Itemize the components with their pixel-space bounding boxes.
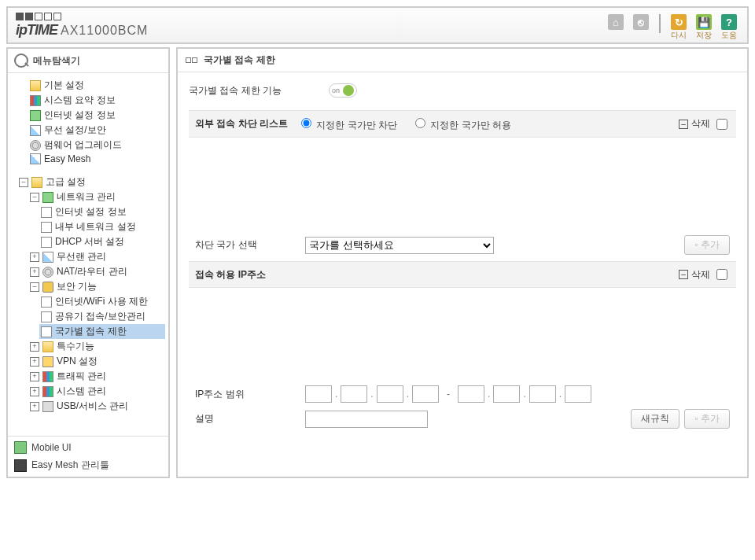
delete-icon: – (679, 120, 688, 129)
collapse-icon[interactable]: – (19, 178, 28, 187)
wireless-icon (30, 125, 41, 136)
tree-item-advanced[interactable]: –고급 설정 (17, 175, 165, 190)
save-button[interactable]: 💾저장 (694, 14, 714, 41)
home-button[interactable]: ⌂ (606, 14, 626, 30)
tree-item-vpn[interactable]: +VPN 설정 (28, 354, 165, 369)
usb-icon (42, 401, 53, 412)
page-icon (41, 297, 52, 308)
tree-item-security[interactable]: –보안 기능 (28, 279, 165, 294)
block-list-title: 외부 접속 차단 리스트 (195, 117, 297, 131)
tree-item[interactable]: 펌웨어 업그레이드 (28, 138, 165, 153)
ip-end-2[interactable] (493, 385, 520, 403)
tree-item-special[interactable]: +특수기능 (28, 339, 165, 354)
window-icon (186, 57, 197, 63)
summary-icon (30, 95, 41, 106)
collapse-icon[interactable]: – (30, 282, 39, 292)
radio-block-only-input[interactable] (301, 118, 311, 128)
feature-label: 국가별 접속 제한 기능 (189, 84, 282, 98)
allow-list-header: 접속 허용 IP주소 – 삭제 (189, 261, 736, 288)
mesh-tool-icon (14, 459, 27, 472)
radio-allow-only-input[interactable] (415, 118, 425, 128)
ip-start-3[interactable] (377, 385, 403, 403)
page-icon (41, 207, 52, 218)
collapse-icon[interactable]: – (30, 193, 39, 202)
toggle-state-label: on (332, 87, 340, 94)
country-select[interactable]: 국가를 선택하세요 (305, 237, 494, 254)
expand-icon[interactable]: + (30, 342, 39, 352)
add-country-button[interactable]: ▫ 추가 (684, 235, 730, 255)
shield-icon (42, 282, 53, 293)
tree-item-network[interactable]: –네트워크 관리 (28, 190, 165, 204)
tree-item-nat[interactable]: +NAT/라우터 관리 (28, 264, 165, 279)
easy-mesh-link[interactable]: Easy Mesh 관리툴 (14, 459, 162, 472)
add-rule-button[interactable]: ▫ 추가 (684, 409, 730, 429)
expand-icon[interactable]: + (30, 402, 39, 411)
block-list-header: 외부 접속 차단 리스트 지정한 국가만 차단 지정한 국가만 허용 – 삭제 (189, 110, 736, 138)
special-icon (42, 341, 53, 352)
tree-item[interactable]: 인터넷 설정 정보 (39, 204, 165, 219)
brand-logo: ipTIME (16, 22, 57, 39)
save-icon: 💾 (696, 14, 712, 30)
ip-start-2[interactable] (341, 385, 367, 403)
refresh-icon: ↻ (671, 14, 687, 30)
ip-end-4[interactable] (565, 385, 591, 403)
vpn-icon (42, 356, 53, 367)
delete-label: 삭제 (691, 117, 710, 131)
page-icon (41, 237, 52, 248)
system-icon (42, 386, 53, 397)
tree-item-usb[interactable]: +USB/서비스 관리 (28, 399, 165, 414)
ip-start-1[interactable] (305, 385, 332, 403)
logout-icon: ⎋ (633, 14, 649, 30)
mobile-ui-link[interactable]: Mobile UI (14, 441, 162, 454)
expand-icon[interactable]: + (30, 267, 39, 277)
logout-button[interactable]: ⎋ (631, 14, 651, 30)
delete-label: 삭제 (691, 268, 710, 282)
content-panel: 국가별 접속 제한 국가별 접속 제한 기능 on 외부 접속 차단 리스트 지… (176, 47, 749, 478)
page-icon (41, 311, 52, 322)
expand-icon[interactable]: + (30, 387, 39, 396)
tree-item[interactable]: 내부 네트워크 설정 (39, 219, 165, 234)
help-button[interactable]: ?도움 (719, 14, 739, 41)
search-icon (14, 53, 28, 68)
tree-item[interactable]: 시스템 요약 정보 (28, 93, 165, 108)
tree-item-country-restrict[interactable]: 국가별 접속 제한 (39, 324, 165, 339)
feature-toggle[interactable]: on (329, 83, 357, 98)
expand-icon[interactable]: + (30, 357, 39, 367)
new-rule-button[interactable]: 새규칙 (631, 409, 680, 429)
ip-end-3[interactable] (529, 385, 556, 403)
block-delete-checkbox[interactable] (716, 119, 727, 130)
tree-item[interactable]: 무선 설정/보안 (28, 123, 165, 138)
ip-end-1[interactable] (458, 385, 484, 403)
ip-range-label: IP주소 범위 (195, 388, 297, 401)
mesh-icon (30, 153, 41, 164)
tree-item-wireless[interactable]: +무선랜 관리 (28, 249, 165, 264)
radio-block-only[interactable]: 지정한 국가만 차단 (297, 116, 397, 132)
separator (659, 14, 661, 33)
refresh-button[interactable]: ↻다시 (668, 14, 689, 41)
tree-item[interactable]: 인터넷 설정 정보 (28, 108, 165, 123)
content-header: 국가별 접속 제한 (178, 49, 747, 72)
tree-item[interactable]: DHCP 서버 설정 (39, 234, 165, 249)
toggle-knob (343, 85, 354, 96)
country-select-label: 차단 국가 선택 (195, 238, 297, 252)
allow-list-title: 접속 허용 IP주소 (195, 268, 297, 282)
ip-start-4[interactable] (412, 385, 439, 403)
help-icon: ? (721, 14, 737, 30)
allow-delete-checkbox[interactable] (716, 269, 727, 280)
folder-icon (31, 177, 42, 188)
tree-item[interactable]: 공유기 접속/보안관리 (39, 309, 165, 324)
description-input[interactable] (305, 411, 428, 428)
block-list-area (189, 138, 736, 232)
sidebar-header: 메뉴탐색기 (8, 49, 168, 73)
tree-item[interactable]: 인터넷/WiFi 사용 제한 (39, 294, 165, 309)
tree-item-traffic[interactable]: +트래픽 관리 (28, 369, 165, 384)
expand-icon[interactable]: + (30, 252, 39, 262)
expand-icon[interactable]: + (30, 372, 39, 381)
tree-item-system[interactable]: +시스템 관리 (28, 384, 165, 399)
tree-item[interactable]: Easy Mesh (28, 153, 165, 165)
tree-item-basic[interactable]: 기본 설정 (17, 78, 165, 93)
brand-model: AX11000BCM (61, 24, 148, 38)
page-title: 국가별 접속 제한 (204, 53, 275, 67)
page-icon (41, 222, 52, 233)
radio-allow-only[interactable]: 지정한 국가만 허용 (411, 116, 511, 132)
